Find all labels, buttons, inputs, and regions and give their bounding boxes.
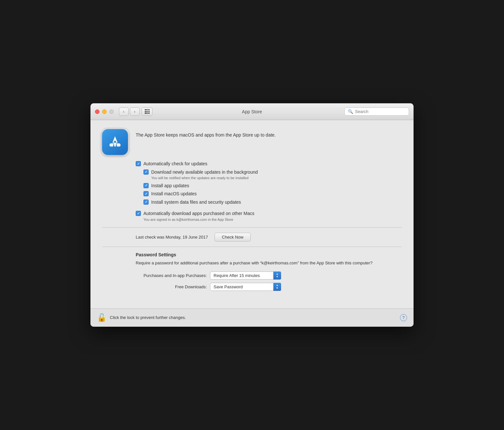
downloads-select-wrapper: Always Required Require After 15 minutes… [210,283,281,291]
divider-2 [102,247,402,247]
purchases-row: Purchases and In-app Purchases: Always R… [136,271,402,280]
auto-check-label: Automatically check for updates [143,161,207,167]
back-button[interactable]: ‹ [119,108,129,116]
divider-1 [102,227,402,228]
password-section: Password Settings Require a password for… [136,252,402,291]
install-app-checkbox[interactable]: ✓ [143,183,149,188]
help-button[interactable]: ? [400,314,407,321]
traffic-lights [95,109,114,114]
window-title: App Store [242,109,262,114]
downloads-row: Free Downloads: Always Required Require … [136,283,402,291]
downloads-label: Free Downloads: [136,284,207,289]
install-app-item: ✓ Install app updates [143,183,402,189]
search-bar[interactable]: 🔍 [344,108,409,116]
last-check-text: Last check was Monday, 19 June 2017 [136,235,208,240]
close-button[interactable] [95,109,100,114]
app-header: The App Store keeps macOS and apps from … [102,129,402,155]
install-app-label: Install app updates [151,183,189,189]
check-mark: ✓ [137,162,140,166]
auto-download-checkbox[interactable]: ✓ [136,211,141,216]
install-system-item: ✓ Install system data files and security… [143,199,402,206]
maximize-button[interactable] [109,109,114,114]
auto-download-item: ✓ Automatically download apps purchased … [136,210,402,222]
auto-check-checkbox[interactable]: ✓ [136,161,141,166]
download-updates-item: ✓ Download newly available updates in th… [143,169,402,181]
auto-download-sublabel: You are signed in as k@keirthomas.com in… [143,217,254,222]
purchases-select-wrapper: Always Required Require After 15 minutes… [210,271,281,280]
check-mark: ✓ [145,200,148,204]
install-system-label: Install system data files and security u… [151,199,241,206]
titlebar: ‹ › App Store 🔍 [90,103,414,120]
check-mark: ✓ [145,170,148,174]
lock-icon[interactable]: 🔓 [97,313,107,322]
install-macos-checkbox[interactable]: ✓ [143,191,149,196]
search-icon: 🔍 [348,109,353,114]
check-mark: ✓ [137,212,140,215]
downloads-select[interactable]: Always Required Require After 15 minutes… [210,283,281,291]
nav-buttons: ‹ › [119,108,140,116]
checkbox-section: ✓ Automatically check for updates ✓ Down… [136,161,402,222]
download-updates-sublabel: You will be notified when the updates ar… [151,176,258,180]
purchases-label: Purchases and In-app Purchases: [136,273,207,278]
auto-check-item: ✓ Automatically check for updates [136,161,402,167]
auto-download-label: Automatically download apps purchased on… [143,210,254,222]
app-icon-inner [102,129,128,155]
check-now-button[interactable]: Check Now [215,233,251,241]
bottom-bar: 🔓 Click the lock to prevent further chan… [90,308,414,327]
install-system-checkbox[interactable]: ✓ [143,200,149,205]
app-description: The App Store keeps macOS and apps from … [136,129,402,138]
install-macos-item: ✓ Install macOS updates [143,191,402,197]
minimize-button[interactable] [102,109,107,114]
grid-button[interactable] [142,108,152,116]
password-settings-title: Password Settings [136,252,402,257]
appstore-logo [107,134,123,150]
forward-button[interactable]: › [130,108,140,116]
check-row: Last check was Monday, 19 June 2017 Chec… [136,233,402,241]
app-icon [102,129,128,155]
grid-icon [145,109,150,114]
check-mark: ✓ [145,192,148,196]
install-macos-label: Install macOS updates [151,191,197,197]
search-input[interactable] [355,109,405,114]
content: The App Store keeps macOS and apps from … [90,120,414,302]
back-icon: ‹ [123,109,124,114]
download-updates-label: Download newly available updates in the … [151,169,258,181]
check-mark: ✓ [145,184,148,187]
forward-icon: › [134,109,135,114]
lock-text: Click the lock to prevent further change… [110,315,400,320]
download-updates-checkbox[interactable]: ✓ [143,169,149,175]
password-settings-desc: Require a password for additional purcha… [136,260,402,266]
app-window: ‹ › App Store 🔍 [90,103,414,327]
purchases-select[interactable]: Always Required Require After 15 minutes… [210,271,281,280]
